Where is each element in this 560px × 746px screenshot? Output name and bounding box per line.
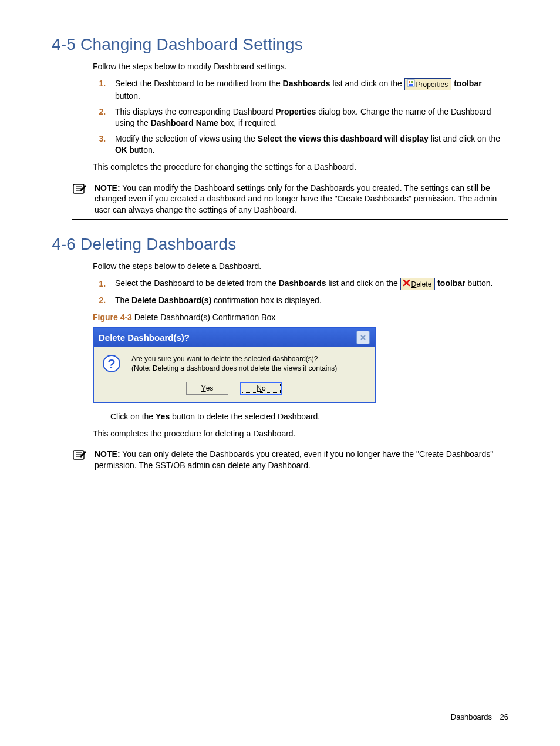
- note-label: NOTE:: [95, 183, 120, 193]
- question-icon: ?: [102, 354, 121, 373]
- text-bold: toolbar: [454, 79, 481, 88]
- page-footer: Dashboards 26: [451, 713, 508, 721]
- section45-intro: Follow the steps below to modify Dashboa…: [93, 61, 508, 72]
- text: confirmation box is displayed.: [211, 295, 322, 305]
- figure-text: Delete Dashboard(s) Confirmation Box: [132, 312, 275, 322]
- footer-page-number: 26: [500, 713, 508, 721]
- dialog-yes-button[interactable]: Yes: [186, 382, 228, 395]
- figure-label: Figure 4-3: [93, 312, 132, 322]
- text-bold: Yes: [156, 412, 170, 421]
- dialog-message: Are you sure you want to delete the sele…: [131, 354, 337, 373]
- svg-rect-4: [409, 84, 413, 85]
- properties-button-label: Properties: [416, 80, 448, 89]
- note-icon: [72, 183, 89, 198]
- text-bold: Dashboards: [279, 279, 326, 288]
- text: Modify the selection of views using the: [115, 134, 258, 143]
- after-dialog-instruction: Click on the Yes button to delete the se…: [110, 411, 508, 422]
- text: This displays the corresponding Dashboar…: [115, 107, 275, 116]
- dialog-title-text: Delete Dashboard(s)?: [99, 332, 190, 342]
- dialog-no-button[interactable]: No: [240, 382, 282, 395]
- note-label: NOTE:: [95, 449, 120, 459]
- text: list and click on the: [429, 134, 500, 143]
- section45-step-1: Select the Dashboard to be modified from…: [108, 78, 508, 102]
- section46-step-2: The Delete Dashboard(s) confirmation box…: [108, 295, 508, 306]
- section46-intro: Follow the steps below to delete a Dashb…: [93, 261, 508, 272]
- svg-text:?: ?: [107, 357, 115, 371]
- svg-rect-3: [411, 82, 413, 83]
- text: Select the Dashboard to be deleted from …: [115, 279, 279, 288]
- text: button.: [127, 145, 155, 154]
- delete-x-icon: [403, 279, 410, 289]
- delete-toolbar-button[interactable]: Delete: [400, 278, 436, 290]
- section46-step-1: Select the Dashboard to be deleted from …: [108, 278, 508, 290]
- note-body: You can modify the Dashboard settings on…: [95, 183, 497, 215]
- text: box, if required.: [218, 118, 277, 127]
- section-heading-4-5: 4-5 Changing Dashboard Settings: [52, 35, 508, 54]
- text: button to delete the selected Dashboard.: [170, 412, 320, 421]
- text: list and click on the: [326, 279, 400, 288]
- text-bold: Dashboards: [283, 79, 330, 88]
- section45-note: NOTE: You can modify the Dashboard setti…: [72, 179, 508, 220]
- close-icon: [360, 334, 366, 341]
- note-body: You can only delete the Dashboards you c…: [95, 449, 493, 470]
- text-bold: Select the views this dashboard will dis…: [258, 134, 429, 143]
- section-heading-4-6: 4-6 Deleting Dashboards: [52, 235, 508, 254]
- delete-confirmation-dialog: Delete Dashboard(s)? ? Are you sure you …: [93, 327, 376, 402]
- text: list and click on the: [330, 79, 404, 88]
- properties-icon: [407, 79, 415, 89]
- text: button.: [465, 279, 493, 288]
- dialog-titlebar: Delete Dashboard(s)?: [94, 328, 375, 347]
- text: button.: [115, 91, 140, 100]
- text: The: [115, 295, 131, 305]
- dialog-message-line1: Are you sure you want to delete the sele…: [131, 354, 337, 364]
- dialog-body: ? Are you sure you want to delete the se…: [94, 347, 375, 401]
- section46-note: NOTE: You can only delete the Dashboards…: [72, 445, 508, 475]
- text-bold: OK: [115, 145, 127, 154]
- text-bold: Delete Dashboard(s): [131, 295, 211, 305]
- note-icon: [72, 449, 89, 464]
- svg-rect-2: [411, 81, 413, 82]
- section45-step-3: Modify the selection of views using the …: [108, 133, 508, 156]
- text-bold: Dashboard Name: [151, 118, 218, 127]
- text: Click on the: [110, 412, 156, 421]
- properties-toolbar-button[interactable]: Properties: [404, 78, 452, 90]
- section45-step-2: This displays the corresponding Dashboar…: [108, 106, 508, 129]
- dialog-close-button[interactable]: [356, 331, 370, 344]
- footer-section: Dashboards: [451, 713, 492, 721]
- svg-rect-1: [409, 81, 410, 83]
- note-text: NOTE: You can modify the Dashboard setti…: [95, 183, 508, 216]
- text: Select the Dashboard to be modified from…: [115, 79, 283, 88]
- text-bold: toolbar: [437, 279, 465, 288]
- dialog-message-line2: (Note: Deleting a dashboard does not del…: [131, 364, 337, 373]
- text-bold: Properties: [275, 107, 316, 116]
- note-text: NOTE: You can only delete the Dashboards…: [95, 449, 508, 471]
- figure-caption: Figure 4-3 Delete Dashboard(s) Confirmat…: [93, 312, 508, 323]
- section46-conclusion: This completes the procedure for deletin…: [93, 428, 508, 439]
- section45-conclusion: This completes the procedure for changin…: [93, 162, 508, 173]
- delete-button-label: Delete: [411, 280, 432, 288]
- svg-rect-5: [409, 85, 413, 86]
